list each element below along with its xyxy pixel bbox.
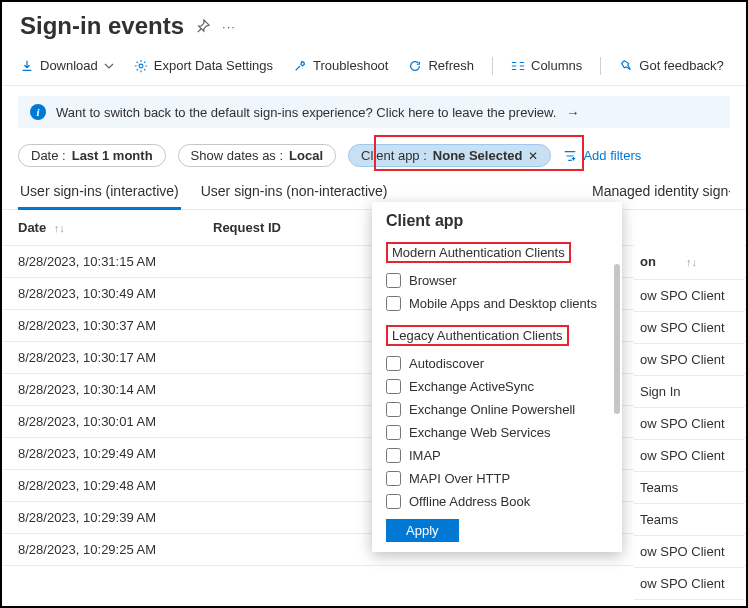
scrollbar-thumb[interactable] xyxy=(614,264,620,414)
group-modern-auth: Modern Authentication Clients xyxy=(386,242,571,263)
feedback-label: Got feedback? xyxy=(639,58,724,73)
option-label: Browser xyxy=(409,273,457,288)
download-icon xyxy=(20,59,34,73)
filter-date-label: Date : xyxy=(31,148,66,163)
option-label: Exchange Online Powershell xyxy=(409,402,575,417)
sort-icon[interactable]: ↑↓ xyxy=(54,222,65,234)
download-label: Download xyxy=(40,58,98,73)
export-button[interactable]: Export Data Settings xyxy=(126,54,281,77)
option-checkbox[interactable] xyxy=(386,471,401,486)
col-date[interactable]: Date xyxy=(18,220,46,235)
last-column: on↑↓ ow SPO Clientow SPO Clientow SPO Cl… xyxy=(634,244,744,600)
cell-app: ow SPO Client xyxy=(634,344,744,376)
filter-date[interactable]: Date : Last 1 month xyxy=(18,144,166,167)
cell-date: 8/28/2023, 10:30:01 AM xyxy=(2,406,197,438)
refresh-button[interactable]: Refresh xyxy=(400,54,482,77)
apply-button[interactable]: Apply xyxy=(386,519,459,542)
columns-icon xyxy=(511,60,525,72)
cell-date: 8/28/2023, 10:29:25 AM xyxy=(2,534,197,566)
add-filters-button[interactable]: Add filters xyxy=(563,148,641,163)
cell-date: 8/28/2023, 10:30:14 AM xyxy=(2,374,197,406)
cell-date: 8/28/2023, 10:31:15 AM xyxy=(2,246,197,278)
filter-showdates-value: Local xyxy=(289,148,323,163)
cell-app: ow SPO Client xyxy=(634,280,744,312)
dropdown-option[interactable]: MAPI Over HTTP xyxy=(386,467,616,490)
toolbar-divider xyxy=(492,57,493,75)
dropdown-option[interactable]: Mobile Apps and Desktop clients xyxy=(386,292,616,315)
cell-app: ow SPO Client xyxy=(634,536,744,568)
table-row[interactable]: ow SPO Client xyxy=(634,568,744,600)
clear-filter-icon[interactable]: ✕ xyxy=(528,149,538,163)
columns-label: Columns xyxy=(531,58,582,73)
feedback-button[interactable]: Got feedback? xyxy=(611,54,732,77)
dropdown-option[interactable]: Exchange Online Powershell xyxy=(386,398,616,421)
cell-app: Teams xyxy=(634,504,744,536)
filter-showdates[interactable]: Show dates as : Local xyxy=(178,144,336,167)
infobar-text: Want to switch back to the default sign-… xyxy=(56,105,556,120)
table-row[interactable]: Teams xyxy=(634,472,744,504)
download-button[interactable]: Download xyxy=(12,54,122,77)
feedback-icon xyxy=(619,59,633,73)
option-checkbox[interactable] xyxy=(386,425,401,440)
table-row[interactable]: ow SPO Client xyxy=(634,312,744,344)
clientapp-dropdown: Client app Modern Authentication Clients… xyxy=(372,202,622,552)
group-legacy-auth: Legacy Authentication Clients xyxy=(386,325,569,346)
option-label: Autodiscover xyxy=(409,356,484,371)
cell-date: 8/28/2023, 10:29:39 AM xyxy=(2,502,197,534)
cell-date: 8/28/2023, 10:30:49 AM xyxy=(2,278,197,310)
filter-date-value: Last 1 month xyxy=(72,148,153,163)
more-icon[interactable]: ··· xyxy=(222,19,236,34)
col-request[interactable]: Request ID xyxy=(213,220,281,235)
table-row[interactable]: ow SPO Client xyxy=(634,344,744,376)
dropdown-option[interactable]: Browser xyxy=(386,269,616,292)
option-checkbox[interactable] xyxy=(386,379,401,394)
dropdown-option[interactable]: Exchange Web Services xyxy=(386,421,616,444)
svg-point-0 xyxy=(139,64,143,68)
troubleshoot-icon xyxy=(293,59,307,73)
table-row[interactable]: Teams xyxy=(634,504,744,536)
dropdown-option[interactable]: Autodiscover xyxy=(386,352,616,375)
filter-bar: Date : Last 1 month Show dates as : Loca… xyxy=(2,138,746,177)
cell-app: ow SPO Client xyxy=(634,408,744,440)
preview-infobar[interactable]: i Want to switch back to the default sig… xyxy=(18,96,730,128)
table-row[interactable]: ow SPO Client xyxy=(634,536,744,568)
troubleshoot-label: Troubleshoot xyxy=(313,58,388,73)
col-app[interactable]: on xyxy=(640,254,656,269)
chevron-down-icon xyxy=(104,61,114,71)
tab-noninteractive[interactable]: User sign-ins (non-interactive) xyxy=(199,177,390,209)
option-checkbox[interactable] xyxy=(386,356,401,371)
filter-clientapp[interactable]: Client app : None Selected ✕ xyxy=(348,144,551,167)
cell-date: 8/28/2023, 10:30:17 AM xyxy=(2,342,197,374)
option-checkbox[interactable] xyxy=(386,273,401,288)
command-bar: Download Export Data Settings Troublesho… xyxy=(2,46,746,86)
tab-interactive[interactable]: User sign-ins (interactive) xyxy=(18,177,181,210)
pin-icon[interactable] xyxy=(196,19,210,33)
filter-showdates-label: Show dates as : xyxy=(191,148,284,163)
table-row[interactable]: ow SPO Client xyxy=(634,440,744,472)
dropdown-title: Client app xyxy=(372,202,622,236)
info-icon: i xyxy=(30,104,46,120)
cell-app: Teams xyxy=(634,472,744,504)
option-checkbox[interactable] xyxy=(386,296,401,311)
option-checkbox[interactable] xyxy=(386,402,401,417)
gear-icon xyxy=(134,59,148,73)
table-row[interactable]: ow SPO Client xyxy=(634,408,744,440)
option-label: Offline Address Book xyxy=(409,494,530,509)
dropdown-option[interactable]: IMAP xyxy=(386,444,616,467)
dropdown-option[interactable]: Offline Address Book xyxy=(386,490,616,513)
table-row[interactable]: ow SPO Client xyxy=(634,280,744,312)
option-label: IMAP xyxy=(409,448,441,463)
columns-button[interactable]: Columns xyxy=(503,54,590,77)
cell-app: ow SPO Client xyxy=(634,568,744,600)
option-checkbox[interactable] xyxy=(386,448,401,463)
troubleshoot-button[interactable]: Troubleshoot xyxy=(285,54,396,77)
dropdown-option[interactable]: Exchange ActiveSync xyxy=(386,375,616,398)
option-checkbox[interactable] xyxy=(386,494,401,509)
filter-clientapp-label: Client app : xyxy=(361,148,427,163)
sort-icon[interactable]: ↑↓ xyxy=(686,256,697,268)
table-row[interactable]: Sign In xyxy=(634,376,744,408)
option-label: Exchange ActiveSync xyxy=(409,379,534,394)
option-label: Mobile Apps and Desktop clients xyxy=(409,296,597,311)
page-title: Sign-in events xyxy=(20,12,184,40)
add-filters-label: Add filters xyxy=(583,148,641,163)
